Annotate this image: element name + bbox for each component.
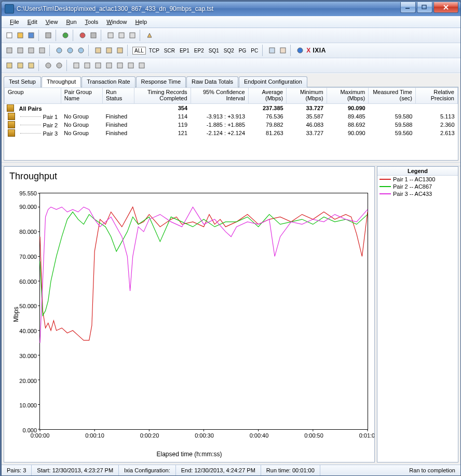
info-icon[interactable] — [295, 46, 305, 55]
group-tcp[interactable]: TCP — [147, 47, 161, 54]
chartview-icon[interactable] — [267, 46, 277, 55]
svg-rect-27 — [18, 63, 23, 68]
col-5[interactable]: Average (Mbps) — [248, 88, 287, 104]
table-row[interactable]: Pair 3No GroupFinished121-2.124 : +2.124… — [5, 129, 458, 137]
open-icon[interactable] — [16, 31, 25, 40]
legend-header: Legend — [377, 167, 458, 176]
print-icon[interactable] — [44, 31, 53, 40]
svg-point-6 — [63, 33, 68, 38]
col-1[interactable]: Pair Group Name — [61, 88, 102, 104]
svg-rect-3 — [18, 33, 23, 38]
tool-d-icon[interactable] — [44, 61, 53, 70]
paste-icon[interactable] — [117, 31, 126, 40]
svg-rect-24 — [280, 48, 286, 53]
cfg4-icon[interactable] — [37, 46, 47, 55]
col-8[interactable]: Measured Time (sec) — [369, 88, 416, 104]
col-6[interactable]: Minimum (Mbps) — [287, 88, 327, 104]
tool-l-icon[interactable] — [137, 61, 146, 70]
cfg2-icon[interactable] — [16, 46, 25, 55]
tab-throughput[interactable]: Throughput — [42, 76, 81, 87]
maximize-button[interactable] — [417, 2, 432, 13]
copy-icon[interactable] — [106, 31, 115, 40]
probe2-icon[interactable] — [65, 46, 75, 55]
tool-g-icon[interactable] — [83, 61, 92, 70]
group-scr[interactable]: SCR — [162, 47, 177, 54]
menu-window[interactable]: Window — [102, 18, 131, 26]
misc3-icon[interactable] — [115, 46, 125, 55]
menu-tools[interactable]: Tools — [81, 18, 103, 26]
tool-k-icon[interactable] — [126, 61, 135, 70]
title-bar[interactable]: C:\Users\Tim\Desktop\mixed_ac\ac1300_867… — [2, 2, 460, 16]
tool-c-icon[interactable] — [26, 61, 36, 70]
probe1-icon[interactable] — [55, 46, 64, 55]
close-button[interactable] — [433, 2, 458, 13]
col-3[interactable]: Timing Records Completed — [134, 88, 191, 104]
run-icon[interactable] — [61, 31, 70, 40]
svg-rect-10 — [119, 33, 124, 38]
group-all[interactable]: ALL — [132, 47, 146, 55]
group-ep1[interactable]: EP1 — [178, 47, 191, 54]
save-icon[interactable] — [26, 31, 36, 40]
svg-rect-36 — [128, 63, 133, 68]
results-grid[interactable]: GroupPair Group NameRun StatusTiming Rec… — [4, 87, 458, 161]
menu-run[interactable]: Run — [62, 18, 80, 26]
cut-icon[interactable] — [128, 31, 137, 40]
window-buttons — [399, 2, 458, 12]
svg-rect-26 — [7, 63, 12, 68]
cfg3-icon[interactable] — [26, 46, 36, 55]
menu-view[interactable]: View — [42, 18, 62, 26]
tool-h-icon[interactable] — [93, 61, 103, 70]
probe3-icon[interactable] — [76, 46, 86, 55]
group-pg[interactable]: PG — [237, 47, 248, 54]
group-pc[interactable]: PC — [249, 47, 260, 54]
minimize-button[interactable] — [400, 2, 416, 13]
tool-a-icon[interactable] — [5, 61, 14, 70]
legend-item[interactable]: Pair 3 -- AC433 — [377, 190, 458, 197]
status-end: End: 12/30/2013, 4:24:27 PM — [176, 465, 261, 475]
misc1-icon[interactable] — [93, 46, 103, 55]
new-icon[interactable] — [5, 31, 14, 40]
tool-f-icon[interactable] — [72, 61, 81, 70]
group-sq1[interactable]: SQ1 — [207, 47, 221, 54]
summary-row[interactable]: All Pairs354237.38533.72790.090 — [5, 104, 458, 113]
svg-point-29 — [46, 63, 51, 68]
tab-test-setup[interactable]: Test Setup — [4, 76, 41, 87]
tab-endpoint-configuration[interactable]: Endpoint Configuration — [239, 76, 307, 87]
svg-rect-13 — [7, 48, 12, 53]
tableview-icon[interactable] — [278, 46, 288, 55]
legend-item[interactable]: Pair 2 -- AC867 — [377, 183, 458, 190]
tool-b-icon[interactable] — [16, 61, 25, 70]
svg-rect-28 — [29, 63, 34, 68]
menu-help[interactable]: Help — [131, 18, 151, 26]
tab-raw-data-totals[interactable]: Raw Data Totals — [186, 76, 238, 87]
chart-title: Throughput — [4, 167, 374, 183]
group-ep2[interactable]: EP2 — [193, 47, 206, 54]
svg-rect-35 — [117, 63, 123, 68]
legend-item[interactable]: Pair 1 -- AC1300 — [377, 176, 458, 183]
tool-e-icon[interactable] — [55, 61, 64, 70]
svg-rect-14 — [18, 48, 23, 53]
misc2-icon[interactable] — [104, 46, 114, 55]
tool-i-icon[interactable] — [104, 61, 114, 70]
menu-file[interactable]: File — [6, 18, 23, 26]
tool-j-icon[interactable] — [115, 61, 125, 70]
y-tick: 20.000 — [19, 378, 37, 384]
tab-response-time[interactable]: Response Time — [136, 76, 186, 87]
menu-edit[interactable]: Edit — [23, 18, 42, 26]
flag-icon[interactable] — [145, 31, 154, 40]
stop-icon[interactable] — [78, 31, 87, 40]
cfg1-icon[interactable] — [5, 46, 14, 55]
col-2[interactable]: Run Status — [103, 88, 134, 104]
table-row[interactable]: Pair 2No GroupFinished119-1.885 : +1.885… — [5, 121, 458, 129]
pause-icon[interactable] — [89, 31, 98, 40]
group-sq2[interactable]: SQ2 — [222, 47, 236, 54]
splitter[interactable] — [2, 162, 460, 166]
tab-transaction-rate[interactable]: Transaction Rate — [82, 76, 135, 87]
chart-panel[interactable]: Throughput Mbps Elapsed time (h:mm:ss) 0… — [4, 166, 375, 462]
col-4[interactable]: 95% Confidence Interval — [191, 88, 248, 104]
col-9[interactable]: Relative Precision — [415, 88, 457, 104]
col-0[interactable]: Group — [5, 88, 61, 104]
table-row[interactable]: Pair 1No GroupFinished114-3.913 : +3.913… — [5, 112, 458, 121]
svg-rect-33 — [96, 63, 101, 68]
col-7[interactable]: Maximum (Mbps) — [327, 88, 368, 104]
